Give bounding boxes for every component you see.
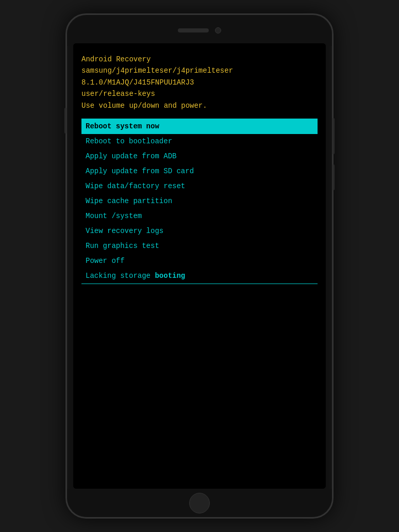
power-button — [332, 118, 335, 154]
menu-item-run-graphics[interactable]: Run graphics test — [81, 239, 318, 254]
phone-bottom-bar — [67, 489, 332, 517]
volume-down-button — [332, 164, 335, 190]
home-button[interactable] — [189, 493, 210, 513]
recovery-menu: Reboot system now Reboot to bootloader A… — [81, 119, 318, 284]
speaker — [178, 28, 209, 32]
menu-item-apply-adb[interactable]: Apply update from ADB — [81, 149, 318, 164]
menu-item-reboot-system[interactable]: Reboot system now — [81, 119, 318, 134]
menu-item-apply-sd[interactable]: Apply update from SD card — [81, 164, 318, 179]
phone-screen: Android Recovery samsung/j4primelteser/j… — [73, 43, 326, 489]
recovery-header: Android Recovery samsung/j4primelteser/j… — [81, 54, 318, 111]
menu-item-reboot-bootloader[interactable]: Reboot to bootloader — [81, 134, 318, 149]
menu-item-wipe-cache[interactable]: Wipe cache partition — [81, 194, 318, 209]
camera — [215, 27, 221, 34]
menu-item-power-off[interactable]: Power off — [81, 254, 318, 269]
phone-top-bar — [67, 15, 332, 46]
recovery-device-line: samsung/j4primelteser/j4primelteser — [81, 65, 318, 76]
menu-item-lacking-storage[interactable]: Lacking storage booting — [81, 269, 318, 284]
phone-device: Android Recovery samsung/j4primelteser/j… — [65, 13, 334, 519]
recovery-build: 8.1.0/M1AJQ/J415FNPUU1ARJ3 — [81, 77, 318, 88]
volume-button — [64, 108, 66, 134]
menu-item-wipe-data[interactable]: Wipe data/factory reset — [81, 179, 318, 194]
recovery-keys: user/release-keys — [81, 88, 318, 99]
recovery-screen: Android Recovery samsung/j4primelteser/j… — [73, 43, 326, 489]
menu-item-mount-system[interactable]: Mount /system — [81, 209, 318, 224]
recovery-instruction: Use volume up/down and power. — [81, 100, 318, 111]
recovery-title: Android Recovery — [81, 54, 318, 65]
menu-item-view-logs[interactable]: View recovery logs — [81, 224, 318, 239]
